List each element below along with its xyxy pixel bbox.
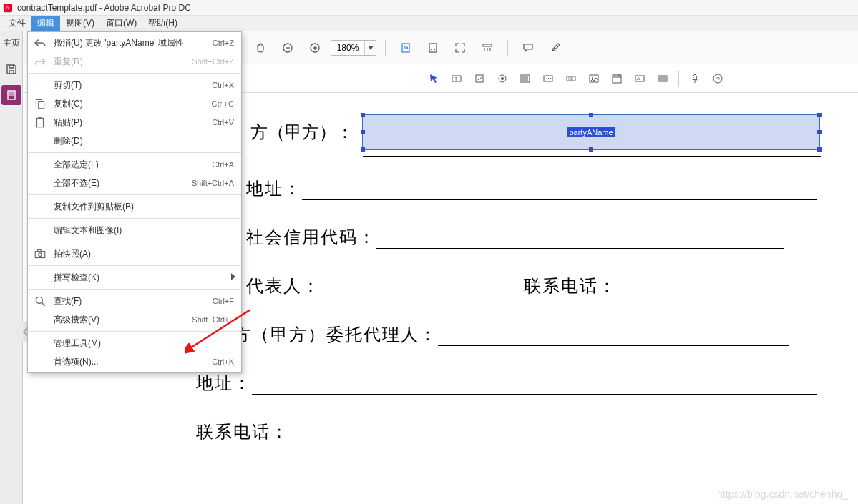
svg-text:?: ? [716, 76, 720, 83]
separator [385, 40, 386, 56]
hand-tool-icon[interactable] [251, 39, 270, 57]
doc-underline [617, 280, 796, 297]
checkbox-field-icon[interactable] [470, 69, 489, 88]
view-options-icon[interactable] [478, 39, 497, 57]
svg-text:A: A [6, 4, 10, 11]
menu-separator [28, 265, 241, 266]
menu-edit[interactable]: 编辑 [31, 16, 60, 31]
dropdown-field-icon[interactable] [539, 69, 557, 88]
menu-snapshot[interactable]: 拍快照(A) [28, 244, 241, 263]
menu-cut[interactable]: 剪切(T) Ctrl+X [28, 76, 241, 94]
svg-rect-44 [39, 102, 44, 109]
menu-preferences[interactable]: 首选项(N)... Ctrl+K [28, 352, 241, 371]
watermark: https://blog.csdn.net/chenhq_ [717, 488, 848, 500]
menu-spellcheck[interactable]: 拼写检查(K) [28, 268, 241, 287]
zoom-in-icon[interactable] [306, 39, 324, 57]
doc-underline [363, 156, 821, 157]
resize-handle[interactable] [361, 147, 365, 152]
doc-underline [376, 232, 784, 249]
menu-file[interactable]: 文件 [3, 16, 31, 31]
zoom-dropdown-icon[interactable] [364, 41, 376, 55]
text-field-icon[interactable]: T [447, 69, 466, 88]
doc-label-tel2: 联系电话： [196, 420, 289, 443]
menu-copy[interactable]: 复制(C) Ctrl+C [28, 94, 241, 113]
signature-field-icon[interactable] [630, 69, 649, 88]
resize-handle[interactable] [589, 113, 593, 117]
submenu-arrow-icon [231, 272, 235, 282]
svg-rect-45 [37, 118, 44, 127]
resize-handle[interactable] [817, 113, 822, 117]
menu-help[interactable]: 帮助(H) [142, 16, 183, 31]
doc-label-credit: 社会信用代码： [246, 226, 376, 249]
doc-underline [289, 426, 811, 443]
doc-label-party-a: 方（甲方）： [250, 121, 354, 144]
home-tab[interactable]: 主页 [3, 36, 20, 54]
menu-find[interactable]: 查找(F) Ctrl+F [28, 292, 241, 310]
svg-rect-25 [544, 76, 552, 81]
resize-handle[interactable] [361, 113, 365, 117]
doc-underline [438, 329, 789, 346]
undo-icon [34, 36, 47, 49]
menu-deselect-all[interactable]: 全部不选(E) Shift+Ctrl+A [28, 174, 241, 192]
svg-point-29 [592, 77, 593, 79]
menu-copy-to-clipboard[interactable]: 复制文件到剪贴板(B) [28, 197, 241, 216]
menu-select-all[interactable]: 全部选定(L) Ctrl+A [28, 155, 241, 174]
resize-handle[interactable] [589, 147, 593, 152]
sign-icon[interactable] [546, 39, 565, 57]
menu-manage-tools[interactable]: 管理工具(M) [28, 334, 241, 352]
menu-edit-text-images[interactable]: 编辑文本和图像(I) [28, 221, 241, 239]
image-field-icon[interactable] [585, 69, 603, 88]
zoom-out-icon[interactable] [278, 39, 297, 57]
menu-separator [28, 218, 241, 219]
list-field-icon[interactable] [516, 69, 535, 88]
page-thumbnails-icon[interactable] [1, 85, 21, 105]
zoom-input[interactable] [331, 41, 364, 55]
resize-handle[interactable] [817, 147, 822, 152]
button-field-icon[interactable]: OK [562, 69, 580, 88]
menu-paste[interactable]: 粘贴(P) Ctrl+V [28, 113, 241, 132]
menu-separator [28, 242, 241, 242]
edit-menu-dropdown: 撤消(U) 更改 'partyAName' 域属性 Ctrl+Z 重复(R) S… [27, 31, 242, 373]
form-field-partyaname[interactable]: partyAName [362, 114, 820, 150]
menu-delete[interactable]: 删除(D) [28, 132, 241, 150]
doc-label-tel: 联系电话： [524, 275, 617, 297]
window-title: contractTemplate.pdf - Adobe Acrobat Pro… [17, 3, 191, 13]
menu-window[interactable]: 窗口(W) [100, 16, 142, 31]
svg-point-48 [39, 253, 42, 257]
svg-rect-30 [613, 75, 621, 83]
menu-separator [28, 194, 241, 195]
select-tool-icon[interactable] [424, 69, 443, 88]
doc-label-address: 地址： [246, 177, 302, 200]
barcode-field-icon[interactable] [653, 69, 672, 88]
svg-point-50 [36, 297, 42, 303]
menu-view[interactable]: 视图(V) [60, 16, 100, 31]
svg-rect-12 [483, 44, 492, 46]
resize-handle[interactable] [817, 130, 822, 134]
fit-page-icon[interactable] [424, 39, 442, 57]
menu-advanced-search[interactable]: 高级搜索(V) Shift+Ctrl+F [28, 310, 241, 329]
menu-separator [28, 331, 241, 332]
fit-width-icon[interactable] [396, 39, 415, 57]
svg-rect-47 [35, 252, 45, 258]
resize-handle[interactable] [361, 130, 365, 134]
zoom-level[interactable] [331, 40, 376, 56]
menu-separator [28, 73, 241, 74]
menu-undo[interactable]: 撤消(U) 更改 'partyAName' 域属性 Ctrl+Z [28, 34, 241, 52]
copy-icon [34, 97, 47, 110]
doc-underline [321, 280, 514, 297]
radio-field-icon[interactable] [493, 69, 512, 88]
svg-line-51 [42, 302, 45, 306]
date-field-icon[interactable] [608, 69, 626, 88]
fullscreen-icon[interactable] [451, 39, 469, 57]
separator [507, 40, 508, 56]
help-icon[interactable]: ? [708, 69, 727, 88]
svg-rect-11 [429, 44, 437, 52]
svg-rect-18 [476, 75, 483, 82]
app-icon: A [3, 3, 13, 13]
camera-icon [34, 247, 47, 260]
redo-icon [34, 55, 47, 68]
comment-icon[interactable] [519, 39, 537, 57]
menu-separator [28, 152, 241, 153]
pin-icon[interactable] [686, 69, 704, 88]
save-icon[interactable] [1, 59, 21, 79]
